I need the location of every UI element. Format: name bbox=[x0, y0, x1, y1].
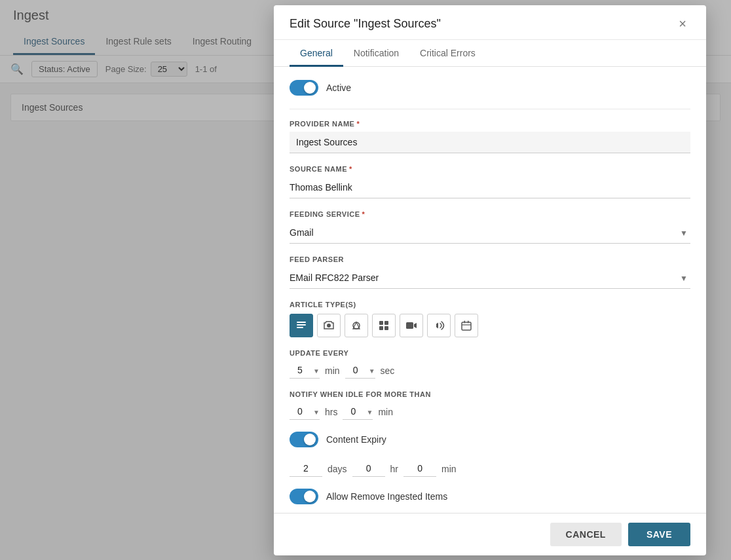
provider-name-label: PROVIDER NAME * bbox=[290, 120, 690, 128]
svg-rect-1 bbox=[297, 324, 306, 326]
source-name-field: SOURCE NAME * bbox=[290, 165, 690, 198]
notify-hrs-wrapper: 0 1 2 6 12 ▼ bbox=[290, 403, 320, 420]
toggle-thumb-3 bbox=[304, 491, 316, 502]
save-button[interactable]: SAVE bbox=[628, 523, 690, 546]
article-type-event[interactable] bbox=[455, 314, 478, 337]
feed-parser-label: FEED PARSER bbox=[290, 255, 690, 263]
svg-point-4 bbox=[353, 322, 360, 329]
update-every-field: UPDATE EVERY 5 1 2 10 15 ▼ min 0 bbox=[290, 349, 690, 379]
modal-close-button[interactable]: × bbox=[675, 16, 690, 31]
required-star-3: * bbox=[362, 210, 366, 218]
feeding-service-field: FEEDING SERVICE * Gmail ▼ bbox=[290, 210, 690, 244]
notify-min-wrapper: 0 15 30 45 ▼ bbox=[343, 403, 373, 420]
svg-point-3 bbox=[327, 324, 331, 327]
svg-rect-8 bbox=[384, 326, 388, 330]
content-expiry-row: days hr min bbox=[290, 460, 690, 477]
svg-rect-5 bbox=[379, 321, 383, 325]
svg-rect-6 bbox=[384, 321, 388, 325]
source-name-input[interactable] bbox=[290, 177, 690, 198]
notify-idle-label: NOTIFY WHEN IDLE FOR MORE THAN bbox=[290, 390, 690, 398]
edit-source-modal: Edit Source "Ingest Sources" × General N… bbox=[274, 5, 706, 555]
allow-remove-toggle[interactable] bbox=[290, 489, 318, 504]
svg-rect-10 bbox=[462, 322, 471, 330]
provider-name-input[interactable] bbox=[290, 132, 690, 153]
update-sec-select[interactable]: 0 15 30 45 bbox=[345, 362, 375, 379]
svg-rect-9 bbox=[406, 322, 413, 329]
article-types-field: ARTICLE TYPE(S) bbox=[290, 301, 690, 337]
expiry-hr-input[interactable] bbox=[352, 460, 385, 477]
svg-rect-11 bbox=[464, 321, 466, 324]
article-type-text[interactable] bbox=[290, 314, 313, 337]
feed-parser-select[interactable]: EMail RFC822 Parser bbox=[290, 267, 690, 289]
article-types-label: ARTICLE TYPE(S) bbox=[290, 301, 690, 308]
svg-rect-2 bbox=[297, 327, 303, 328]
required-star-2: * bbox=[349, 165, 352, 173]
feeding-service-select[interactable]: Gmail bbox=[290, 222, 690, 244]
notify-hrs-select[interactable]: 0 1 2 6 12 bbox=[290, 403, 320, 420]
expiry-days-unit: days bbox=[328, 464, 347, 474]
content-expiry-toggle-row: Content Expiry bbox=[290, 432, 690, 447]
modal-tabs: General Notification Critical Errors bbox=[274, 40, 706, 67]
active-label: Active bbox=[326, 83, 351, 93]
cancel-button[interactable]: CANCEL bbox=[550, 523, 622, 546]
svg-rect-12 bbox=[468, 321, 469, 324]
tab-critical-errors[interactable]: Critical Errors bbox=[409, 40, 486, 67]
expiry-min-unit: min bbox=[441, 464, 457, 474]
expiry-hr-unit: hr bbox=[390, 464, 398, 474]
allow-remove-label: Allow Remove Ingested Items bbox=[326, 491, 447, 502]
hrs-unit: hrs bbox=[325, 407, 337, 417]
modal-title: Edit Source "Ingest Sources" bbox=[290, 17, 441, 31]
notify-min-unit: min bbox=[378, 407, 393, 417]
article-type-graphic[interactable] bbox=[345, 314, 368, 337]
article-type-photo[interactable] bbox=[317, 314, 341, 337]
update-min-wrapper: 5 1 2 10 15 ▼ bbox=[290, 362, 320, 379]
notify-idle-field: NOTIFY WHEN IDLE FOR MORE THAN 0 1 2 6 1… bbox=[290, 390, 690, 420]
active-toggle-row: Active bbox=[290, 80, 690, 96]
modal-body: Active PROVIDER NAME * SOURCE NAME * FEE… bbox=[274, 67, 706, 513]
modal-header: Edit Source "Ingest Sources" × bbox=[274, 5, 706, 40]
feed-parser-wrapper: EMail RFC822 Parser ▼ bbox=[290, 267, 690, 289]
update-every-label: UPDATE EVERY bbox=[290, 349, 690, 357]
active-toggle[interactable] bbox=[290, 80, 318, 96]
tab-notification[interactable]: Notification bbox=[343, 40, 409, 67]
update-every-row: 5 1 2 10 15 ▼ min 0 15 30 45 bbox=[290, 362, 690, 379]
provider-name-field: PROVIDER NAME * bbox=[290, 120, 690, 153]
feed-parser-field: FEED PARSER EMail RFC822 Parser ▼ bbox=[290, 255, 690, 289]
svg-rect-7 bbox=[379, 326, 383, 330]
update-sec-wrapper: 0 15 30 45 ▼ bbox=[345, 362, 375, 379]
expiry-days-input[interactable] bbox=[290, 460, 322, 477]
notify-idle-row: 0 1 2 6 12 ▼ hrs 0 15 30 45 bbox=[290, 403, 690, 420]
source-name-label: SOURCE NAME * bbox=[290, 165, 690, 173]
divider bbox=[290, 109, 690, 109]
content-expiry-toggle[interactable] bbox=[290, 432, 318, 447]
svg-rect-0 bbox=[297, 322, 306, 323]
feeding-service-label: FEEDING SERVICE * bbox=[290, 210, 690, 218]
required-star: * bbox=[356, 120, 360, 128]
content-expiry-label: Content Expiry bbox=[326, 434, 386, 445]
article-type-composite[interactable] bbox=[372, 314, 396, 337]
tab-general[interactable]: General bbox=[290, 40, 343, 67]
article-type-audio[interactable] bbox=[427, 314, 451, 337]
toggle-thumb bbox=[304, 82, 316, 94]
notify-min-select[interactable]: 0 15 30 45 bbox=[343, 403, 373, 420]
expiry-min-input[interactable] bbox=[403, 460, 436, 477]
modal-footer: CANCEL SAVE bbox=[274, 513, 706, 555]
feeding-service-wrapper: Gmail ▼ bbox=[290, 222, 690, 244]
allow-remove-toggle-row: Allow Remove Ingested Items bbox=[290, 489, 690, 504]
toggle-thumb-2 bbox=[304, 434, 316, 445]
article-type-video[interactable] bbox=[400, 314, 423, 337]
update-min-select[interactable]: 5 1 2 10 15 bbox=[290, 362, 320, 379]
min-unit: min bbox=[325, 365, 340, 376]
sec-unit: sec bbox=[381, 365, 395, 376]
article-types-group bbox=[290, 314, 690, 337]
